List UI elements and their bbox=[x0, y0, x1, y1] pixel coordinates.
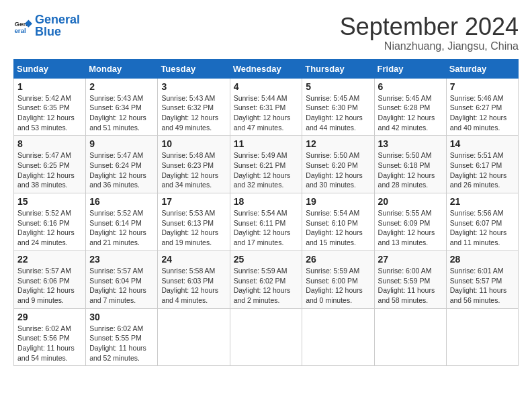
calendar-cell: 14Sunrise: 5:51 AM Sunset: 6:17 PM Dayli… bbox=[446, 136, 518, 193]
day-info: Sunrise: 5:54 AM Sunset: 6:10 PM Dayligh… bbox=[306, 208, 370, 248]
day-number: 15 bbox=[17, 196, 82, 207]
day-info: Sunrise: 5:59 AM Sunset: 6:00 PM Dayligh… bbox=[306, 266, 370, 306]
calendar-cell: 25Sunrise: 5:59 AM Sunset: 6:02 PM Dayli… bbox=[230, 250, 302, 308]
day-number: 25 bbox=[234, 254, 299, 265]
day-info: Sunrise: 5:50 AM Sunset: 6:20 PM Dayligh… bbox=[306, 150, 370, 190]
calendar-cell bbox=[158, 308, 230, 366]
calendar-cell: 10Sunrise: 5:48 AM Sunset: 6:23 PM Dayli… bbox=[158, 136, 230, 193]
logo-text: GeneralBlue bbox=[35, 13, 80, 38]
day-number: 7 bbox=[450, 81, 515, 92]
calendar-cell: 19Sunrise: 5:54 AM Sunset: 6:10 PM Dayli… bbox=[302, 193, 374, 251]
col-header-saturday: Saturday bbox=[446, 59, 518, 78]
calendar-cell bbox=[374, 308, 446, 366]
calendar-table: SundayMondayTuesdayWednesdayThursdayFrid… bbox=[13, 59, 519, 367]
svg-text:eral: eral bbox=[14, 27, 26, 34]
calendar-cell: 4Sunrise: 5:44 AM Sunset: 6:31 PM Daylig… bbox=[230, 78, 302, 136]
calendar-cell bbox=[230, 308, 302, 366]
day-number: 3 bbox=[161, 81, 226, 92]
calendar-cell: 29Sunrise: 6:02 AM Sunset: 5:56 PM Dayli… bbox=[14, 308, 86, 366]
day-info: Sunrise: 5:43 AM Sunset: 6:32 PM Dayligh… bbox=[161, 93, 226, 133]
calendar-cell: 5Sunrise: 5:45 AM Sunset: 6:30 PM Daylig… bbox=[302, 78, 374, 136]
day-number: 8 bbox=[17, 138, 82, 149]
day-number: 9 bbox=[89, 138, 154, 149]
calendar-cell: 3Sunrise: 5:43 AM Sunset: 6:32 PM Daylig… bbox=[158, 78, 230, 136]
day-number: 26 bbox=[306, 254, 370, 265]
day-number: 19 bbox=[306, 196, 370, 207]
logo-icon: Gen eral bbox=[13, 16, 32, 35]
day-info: Sunrise: 6:01 AM Sunset: 5:57 PM Dayligh… bbox=[450, 266, 515, 306]
day-number: 14 bbox=[450, 138, 515, 149]
logo: Gen eral GeneralBlue bbox=[13, 13, 80, 38]
day-info: Sunrise: 5:49 AM Sunset: 6:21 PM Dayligh… bbox=[234, 150, 299, 190]
day-info: Sunrise: 5:44 AM Sunset: 6:31 PM Dayligh… bbox=[234, 93, 299, 133]
calendar-cell bbox=[446, 308, 518, 366]
day-number: 6 bbox=[378, 81, 443, 92]
day-number: 17 bbox=[161, 196, 226, 207]
calendar-cell: 27Sunrise: 6:00 AM Sunset: 5:59 PM Dayli… bbox=[374, 250, 446, 308]
calendar-cell: 20Sunrise: 5:55 AM Sunset: 6:09 PM Dayli… bbox=[374, 193, 446, 251]
day-number: 10 bbox=[161, 138, 226, 149]
day-number: 23 bbox=[89, 254, 154, 265]
day-info: Sunrise: 5:55 AM Sunset: 6:09 PM Dayligh… bbox=[378, 208, 443, 248]
day-number: 16 bbox=[89, 196, 154, 207]
day-info: Sunrise: 5:43 AM Sunset: 6:34 PM Dayligh… bbox=[89, 93, 154, 133]
calendar-cell: 6Sunrise: 5:45 AM Sunset: 6:28 PM Daylig… bbox=[374, 78, 446, 136]
calendar-cell: 16Sunrise: 5:52 AM Sunset: 6:14 PM Dayli… bbox=[86, 193, 158, 251]
day-info: Sunrise: 6:02 AM Sunset: 5:55 PM Dayligh… bbox=[89, 324, 154, 363]
calendar-cell: 11Sunrise: 5:49 AM Sunset: 6:21 PM Dayli… bbox=[230, 136, 302, 193]
day-number: 27 bbox=[378, 254, 443, 265]
col-header-tuesday: Tuesday bbox=[158, 59, 230, 78]
calendar-cell: 30Sunrise: 6:02 AM Sunset: 5:55 PM Dayli… bbox=[86, 308, 158, 366]
month-title: September 2024 bbox=[340, 13, 519, 40]
day-number: 22 bbox=[17, 254, 82, 265]
calendar-cell: 28Sunrise: 6:01 AM Sunset: 5:57 PM Dayli… bbox=[446, 250, 518, 308]
day-number: 12 bbox=[306, 138, 370, 149]
day-info: Sunrise: 5:48 AM Sunset: 6:23 PM Dayligh… bbox=[161, 150, 226, 190]
col-header-monday: Monday bbox=[86, 59, 158, 78]
calendar-cell: 8Sunrise: 5:47 AM Sunset: 6:25 PM Daylig… bbox=[14, 136, 86, 193]
page-header: Gen eral GeneralBlue September 2024 Nian… bbox=[13, 13, 519, 52]
day-number: 2 bbox=[89, 81, 154, 92]
col-header-thursday: Thursday bbox=[302, 59, 374, 78]
calendar-cell: 24Sunrise: 5:58 AM Sunset: 6:03 PM Dayli… bbox=[158, 250, 230, 308]
col-header-wednesday: Wednesday bbox=[230, 59, 302, 78]
calendar-cell: 23Sunrise: 5:57 AM Sunset: 6:04 PM Dayli… bbox=[86, 250, 158, 308]
day-info: Sunrise: 5:53 AM Sunset: 6:13 PM Dayligh… bbox=[161, 208, 226, 248]
calendar-cell: 18Sunrise: 5:54 AM Sunset: 6:11 PM Dayli… bbox=[230, 193, 302, 251]
day-info: Sunrise: 5:56 AM Sunset: 6:07 PM Dayligh… bbox=[450, 208, 515, 248]
day-info: Sunrise: 5:52 AM Sunset: 6:16 PM Dayligh… bbox=[17, 208, 82, 248]
day-info: Sunrise: 5:57 AM Sunset: 6:06 PM Dayligh… bbox=[17, 266, 82, 306]
day-info: Sunrise: 5:45 AM Sunset: 6:30 PM Dayligh… bbox=[306, 93, 370, 133]
day-info: Sunrise: 5:52 AM Sunset: 6:14 PM Dayligh… bbox=[89, 208, 154, 248]
day-number: 21 bbox=[450, 196, 515, 207]
col-header-friday: Friday bbox=[374, 59, 446, 78]
day-info: Sunrise: 6:02 AM Sunset: 5:56 PM Dayligh… bbox=[17, 324, 82, 363]
calendar-cell: 9Sunrise: 5:47 AM Sunset: 6:24 PM Daylig… bbox=[86, 136, 158, 193]
calendar-cell: 13Sunrise: 5:50 AM Sunset: 6:18 PM Dayli… bbox=[374, 136, 446, 193]
calendar-cell bbox=[302, 308, 374, 366]
day-number: 30 bbox=[89, 312, 154, 322]
calendar-cell: 2Sunrise: 5:43 AM Sunset: 6:34 PM Daylig… bbox=[86, 78, 158, 136]
calendar-cell: 26Sunrise: 5:59 AM Sunset: 6:00 PM Dayli… bbox=[302, 250, 374, 308]
day-info: Sunrise: 5:47 AM Sunset: 6:24 PM Dayligh… bbox=[89, 150, 154, 190]
location-title: Nianzhuang, Jiangsu, China bbox=[340, 40, 519, 52]
day-info: Sunrise: 5:46 AM Sunset: 6:27 PM Dayligh… bbox=[450, 93, 515, 133]
day-number: 5 bbox=[306, 81, 370, 92]
calendar-cell: 21Sunrise: 5:56 AM Sunset: 6:07 PM Dayli… bbox=[446, 193, 518, 251]
day-number: 1 bbox=[17, 81, 82, 92]
day-number: 24 bbox=[161, 254, 226, 265]
day-info: Sunrise: 5:57 AM Sunset: 6:04 PM Dayligh… bbox=[89, 266, 154, 306]
day-number: 29 bbox=[17, 312, 82, 322]
calendar-cell: 1Sunrise: 5:42 AM Sunset: 6:35 PM Daylig… bbox=[14, 78, 86, 136]
calendar-cell: 7Sunrise: 5:46 AM Sunset: 6:27 PM Daylig… bbox=[446, 78, 518, 136]
calendar-cell: 22Sunrise: 5:57 AM Sunset: 6:06 PM Dayli… bbox=[14, 250, 86, 308]
day-info: Sunrise: 5:47 AM Sunset: 6:25 PM Dayligh… bbox=[17, 150, 82, 190]
day-info: Sunrise: 6:00 AM Sunset: 5:59 PM Dayligh… bbox=[378, 266, 443, 306]
day-info: Sunrise: 5:59 AM Sunset: 6:02 PM Dayligh… bbox=[234, 266, 299, 306]
day-info: Sunrise: 5:58 AM Sunset: 6:03 PM Dayligh… bbox=[161, 266, 226, 306]
calendar-cell: 17Sunrise: 5:53 AM Sunset: 6:13 PM Dayli… bbox=[158, 193, 230, 251]
day-info: Sunrise: 5:42 AM Sunset: 6:35 PM Dayligh… bbox=[17, 93, 82, 133]
day-number: 20 bbox=[378, 196, 443, 207]
calendar-cell: 12Sunrise: 5:50 AM Sunset: 6:20 PM Dayli… bbox=[302, 136, 374, 193]
day-info: Sunrise: 5:50 AM Sunset: 6:18 PM Dayligh… bbox=[378, 150, 443, 190]
